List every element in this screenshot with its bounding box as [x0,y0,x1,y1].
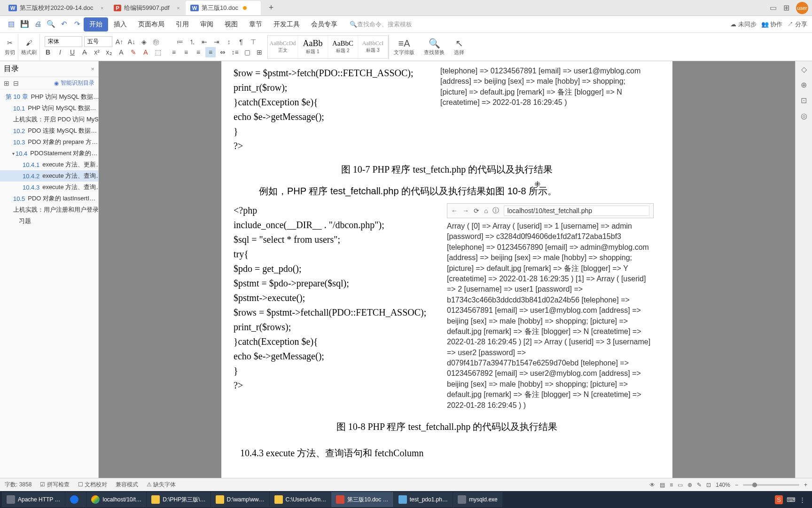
italic-icon[interactable]: I [55,47,65,57]
save-icon[interactable]: 💾 [20,20,29,29]
undo-icon[interactable]: ↶ [59,20,69,29]
outline-item[interactable]: ▾10.4PDOStatement 对象的… [0,148,98,159]
align-right-icon[interactable]: ≡ [193,47,203,57]
menu-dev[interactable]: 开发工具 [268,17,305,32]
collapse-icon[interactable]: ⊟ [13,79,19,87]
numbering-icon[interactable]: ⒈ [187,37,197,47]
nav-back-icon[interactable]: ← [451,207,458,214]
reload-icon[interactable]: ⟳ [474,207,479,214]
align-left-icon[interactable]: ≡ [169,47,179,57]
view-read-icon[interactable]: ▭ [678,482,683,488]
rail-icon[interactable]: ⊡ [801,96,807,105]
subscript-icon[interactable]: x₂ [104,47,114,57]
print-icon[interactable]: 🖨 [33,20,42,29]
font-name-select[interactable]: 宋体 [45,36,82,47]
highlight-icon[interactable]: ✎ [128,47,139,57]
strike-icon[interactable]: A̶ [79,47,90,57]
bullets-icon[interactable]: ≔ [175,37,185,47]
sidebar-close-icon[interactable]: × [91,65,94,72]
zoom-thumb[interactable] [752,483,757,487]
tab-doc-1[interactable]: 第三版校对2022-09-14.doc× [4,1,107,15]
outline-item[interactable]: 10.4.1execute 方法、更新… [0,159,98,170]
collab-button[interactable]: 👥 协作 [761,20,783,29]
tab-doc-active[interactable]: 第三版10.doc [186,1,261,15]
layout-icon[interactable]: ▭ [770,3,777,12]
style-h3[interactable]: AaBbCcI标题 3 [358,36,388,58]
user-avatar[interactable]: user [796,2,808,14]
indent-inc-icon[interactable]: ⇥ [211,37,222,47]
tab-pdf[interactable]: 给编辑59907.pdf× [109,1,183,15]
spellcheck-toggle[interactable]: ☑ 拼写检查 [40,481,69,489]
menu-section[interactable]: 章节 [243,17,268,32]
char-effect-icon[interactable]: ㊞ [151,37,161,47]
share-button[interactable]: ↗ 分享 [787,20,807,29]
menu-references[interactable]: 引用 [170,17,195,32]
redo-icon[interactable]: ↷ [72,20,82,29]
menu-vip[interactable]: 会员专享 [305,17,343,32]
find-replace-button[interactable]: 🔍查找替换 [419,37,449,57]
font-size-select[interactable]: 五号 [84,36,112,47]
char-border-icon[interactable]: ⬚ [153,47,163,57]
outline-item[interactable]: 习题 [0,215,98,227]
ime-icon[interactable]: S [775,495,783,504]
document-viewport[interactable]: $row = $pstmt->fetch(PDO::FETCH_ASSOC); … [99,61,795,478]
eye-icon[interactable]: 👁 [649,482,655,488]
taskbar-item[interactable]: Apache HTTP … [2,492,65,507]
sort-icon[interactable]: ↕ [224,37,234,47]
view-outline-icon[interactable]: ≡ [670,482,673,488]
style-h1[interactable]: AaBb标题 1 [298,36,328,58]
rail-icon[interactable]: ⊕ [801,80,807,89]
outline-item[interactable]: 上机实践：开启 PDO 访问 MyS… [0,114,98,125]
menu-view[interactable]: 视图 [219,17,243,32]
expand-icon[interactable]: ⊞ [4,79,9,87]
taskbar-item[interactable]: 第三版10.doc … [331,492,393,507]
zoom-slider[interactable] [743,484,799,486]
style-gallery[interactable]: AaBbCcDd正文 AaBb标题 1 AaBbC标题 2 AaBbCcI标题 … [267,35,389,59]
text-effects-icon[interactable]: A [116,47,126,57]
showmarks-icon[interactable]: ¶ [236,37,246,47]
underline-icon[interactable]: U [67,47,78,57]
border-icon[interactable]: ⊞ [254,47,265,57]
taskbar-item[interactable]: D:\PHP第三版\… [147,492,210,507]
rail-icon[interactable]: ◎ [801,111,807,120]
taskbar-item[interactable]: test_pdo1.ph… [394,492,453,507]
url-field[interactable]: localhost/10/test_fetchall.php [504,206,649,216]
line-spacing-icon[interactable]: ↕≡ [230,47,240,57]
tray-overflow-icon[interactable]: ⋮ [799,496,805,503]
menu-layout[interactable]: 页面布局 [133,17,170,32]
font-color-icon[interactable]: A [141,47,151,57]
shading-icon[interactable]: ▢ [242,47,252,57]
home-icon[interactable]: ⌂ [484,207,488,214]
command-search[interactable]: 🔍 查找命令、搜索模板 [350,20,412,29]
indent-dec-icon[interactable]: ⇤ [199,37,210,47]
zoom-out-icon[interactable]: − [735,482,738,488]
fit-icon[interactable]: ⊡ [706,482,711,488]
outline-item[interactable]: 10.2PDO 连接 MySQL 数据… [0,125,98,136]
close-icon[interactable]: × [101,5,103,11]
distribute-icon[interactable]: ⇔ [218,47,228,57]
outline-item[interactable]: 10.5PDO 对象的 lastInsertI… [0,193,98,204]
menu-insert[interactable]: 插入 [108,17,133,32]
taskbar-item[interactable]: mysqld.exe [453,492,502,507]
align-justify-icon[interactable]: ≡ [205,47,216,57]
grid-icon[interactable]: ⊞ [783,3,789,12]
format-brush-icon[interactable]: 🖌 [24,38,34,48]
outline-item[interactable]: 第 10 章PHP 访问 MySQL 数据… [0,91,98,103]
close-icon[interactable]: × [177,5,180,11]
word-count[interactable]: 字数: 3858 [5,481,31,489]
view-web-icon[interactable]: ⊕ [687,482,692,488]
new-tab-button[interactable]: + [265,2,277,14]
preview-icon[interactable]: 🔍 [46,20,55,29]
outline-item[interactable]: 10.4.3execute 方法、查询… [0,182,98,193]
outline-item[interactable]: 10.1PHP 访问 MySQL 数据… [0,103,98,114]
align-center-icon[interactable]: ≡ [181,47,191,57]
taskbar-item[interactable]: C:\Users\Adm… [270,492,331,507]
grow-font-icon[interactable]: A↑ [114,37,125,47]
outline-item[interactable]: 10.3PDO 对象的 prepare 方… [0,136,98,148]
missing-fonts[interactable]: ⚠ 缺失字体 [147,481,176,489]
proofread-toggle[interactable]: ☐ 文档校对 [78,481,107,489]
select-button[interactable]: ↖选择 [449,37,469,57]
style-h2[interactable]: AaBbC标题 2 [328,36,358,58]
bold-icon[interactable]: B [43,47,53,57]
cut-icon[interactable]: ✂ [5,38,15,48]
